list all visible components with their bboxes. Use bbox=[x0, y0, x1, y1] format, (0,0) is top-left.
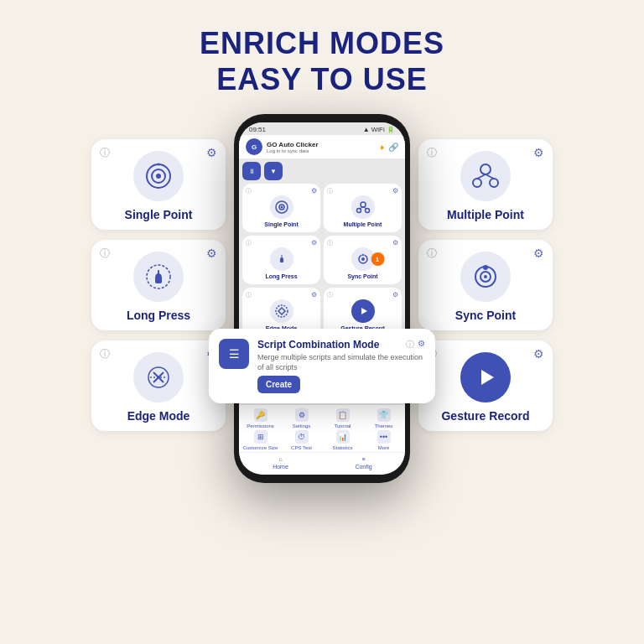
customize-icon: ⊞ bbox=[254, 430, 267, 444]
edge-mode-icon-left bbox=[133, 352, 184, 402]
orange-badge: 1 bbox=[371, 252, 384, 266]
info-icon-popup: ⓘ bbox=[406, 339, 414, 351]
pi-gesture: ⓘ bbox=[327, 291, 333, 299]
pi-edge: ⓘ bbox=[246, 291, 252, 299]
settings-icon: ⚙ bbox=[295, 408, 309, 422]
themes-icon: 👕 bbox=[377, 408, 391, 422]
cps-icon: ⏱ bbox=[295, 430, 309, 444]
phone-menu-more[interactable]: ••• More bbox=[364, 430, 403, 450]
single-point-label-left: Single Point bbox=[125, 208, 193, 221]
phone-edge-icon bbox=[270, 299, 293, 323]
app-logo: G bbox=[246, 138, 262, 155]
svg-point-18 bbox=[361, 254, 364, 257]
script-title-icons: ⓘ ⚙ bbox=[406, 339, 425, 351]
phone-menu-statistics[interactable]: 📊 Statistics bbox=[323, 430, 362, 450]
pg-long-press: ⚙ bbox=[311, 239, 317, 247]
statistics-label: Statistics bbox=[332, 445, 352, 450]
create-button[interactable]: Create bbox=[257, 376, 300, 393]
svg-point-2 bbox=[156, 174, 161, 179]
pi-sync: ⓘ bbox=[327, 239, 333, 247]
more-icon: ••• bbox=[377, 430, 391, 444]
pause-button[interactable]: ⏸ bbox=[242, 162, 261, 180]
gear-icon-multiple-right[interactable]: ⚙ bbox=[533, 146, 544, 159]
permissions-label: Permissions bbox=[247, 423, 274, 428]
pi-single: ⓘ bbox=[246, 187, 252, 195]
info-icon-single-left: ⓘ bbox=[100, 146, 110, 160]
pg-edge: ⚙ bbox=[311, 291, 317, 299]
script-combo-icon: ☰ bbox=[219, 339, 249, 369]
home-tab-icon: ⌂ bbox=[278, 456, 282, 462]
phone-screen: 09:51 ▲ WiFi 🔋 G GO Auto Clicker Log in … bbox=[239, 122, 405, 475]
phone-long-press-label: Long Press bbox=[265, 273, 297, 279]
long-press-icon-left bbox=[133, 252, 184, 302]
phone: 09:51 ▲ WiFi 🔋 G GO Auto Clicker Log in … bbox=[234, 114, 410, 483]
phone-multiple-icon bbox=[351, 195, 375, 219]
phone-menu-cps[interactable]: ⏱ CPS Test bbox=[282, 430, 321, 450]
info-icon-long-press-left: ⓘ bbox=[100, 247, 110, 261]
sync-point-label-right: Sync Point bbox=[455, 309, 516, 322]
gear-icon-long-press-left[interactable]: ⚙ bbox=[206, 247, 217, 260]
phone-status-icons: ▲ WiFi 🔋 bbox=[363, 126, 395, 133]
svg-line-25 bbox=[486, 174, 494, 179]
tutorial-icon: 📋 bbox=[336, 408, 350, 422]
phone-menu-customize[interactable]: ⊞ Customize Size bbox=[241, 430, 280, 450]
gesture-record-icon-right bbox=[460, 352, 511, 402]
card-single-point-left[interactable]: ⓘ ⚙ Single Point bbox=[91, 139, 226, 230]
gear-icon-popup[interactable]: ⚙ bbox=[418, 339, 425, 351]
app-subtitle: Log in to sync data bbox=[267, 148, 380, 153]
phone-menu-grid: 🔑 Permissions ⚙ Settings 📋 Tutorial bbox=[239, 405, 405, 452]
svg-point-12 bbox=[365, 209, 369, 213]
phone-tab-home[interactable]: ⌂ Home bbox=[239, 456, 322, 470]
edge-mode-label-left: Edge Mode bbox=[127, 409, 190, 423]
statistics-icon: 📊 bbox=[336, 430, 350, 444]
single-point-icon-left bbox=[133, 151, 184, 201]
phone-sync-point[interactable]: ⓘ ⚙ 1 Sync Point bbox=[324, 236, 402, 284]
customize-label: Customize Size bbox=[243, 445, 278, 450]
home-tab-label: Home bbox=[273, 464, 288, 470]
tutorial-label: Tutorial bbox=[335, 423, 351, 428]
svg-point-10 bbox=[361, 202, 366, 207]
phone-tab-config[interactable]: ≡ Config bbox=[322, 456, 405, 470]
multiple-point-icon-right bbox=[460, 151, 511, 201]
card-edge-mode-left[interactable]: ⓘ ⚙ Edge Mode bbox=[91, 340, 226, 431]
phone-bottom-nav: 🔑 Permissions ⚙ Settings 📋 Tutorial bbox=[239, 405, 405, 475]
script-combo-content: Script Combination Mode ⓘ ⚙ Merge multip… bbox=[257, 339, 425, 393]
sync-point-icon-right bbox=[460, 252, 511, 302]
app-name: GO Auto Clicker bbox=[267, 141, 380, 148]
phone-multiple-point[interactable]: ⓘ ⚙ Multiple Point bbox=[324, 184, 402, 232]
phone-sync-label: Sync Point bbox=[347, 273, 377, 279]
svg-point-22 bbox=[473, 179, 481, 187]
down-button[interactable]: ▼ bbox=[264, 162, 283, 180]
permissions-icon: 🔑 bbox=[254, 408, 267, 422]
phone-menu-themes[interactable]: 👕 Themes bbox=[364, 408, 403, 428]
gear-icon-gesture-right[interactable]: ⚙ bbox=[533, 347, 544, 361]
script-title-row: Script Combination Mode ⓘ ⚙ bbox=[257, 339, 425, 351]
phone-time: 09:51 bbox=[249, 126, 266, 133]
svg-point-17 bbox=[361, 257, 365, 261]
phone-gesture-icon bbox=[351, 299, 375, 323]
pg-gesture: ⚙ bbox=[392, 291, 398, 299]
phone-long-press[interactable]: ⓘ ⚙ Long Press bbox=[242, 236, 320, 284]
phone-single-point[interactable]: ⓘ ⚙ Single Point bbox=[242, 184, 320, 232]
gear-icon-single-left[interactable]: ⚙ bbox=[206, 146, 217, 159]
svg-rect-5 bbox=[158, 270, 159, 275]
phone-mode-grid: ⓘ ⚙ Single Point ⓘ ⚙ bbox=[239, 184, 405, 336]
info-icon-edge-left: ⓘ bbox=[100, 347, 110, 361]
card-sync-point-right[interactable]: ⓘ ⚙ Sync Point bbox=[418, 240, 553, 330]
info-icon-sync-right: ⓘ bbox=[427, 247, 437, 261]
page-title: ENRICH MODES EASY TO USE bbox=[0, 0, 644, 106]
card-long-press-left[interactable]: ⓘ ⚙ Long Press bbox=[91, 240, 226, 330]
app-title-group: GO Auto Clicker Log in to sync data bbox=[267, 141, 380, 153]
pi-multiple: ⓘ bbox=[327, 187, 333, 195]
svg-point-9 bbox=[280, 206, 283, 209]
phone-menu-permissions[interactable]: 🔑 Permissions bbox=[241, 408, 280, 428]
card-multiple-point-right[interactable]: ⓘ ⚙ Multiple Point bbox=[418, 139, 553, 230]
card-gesture-record-right[interactable]: ⓘ ⚙ Gesture Record bbox=[418, 340, 553, 431]
left-cards: ⓘ ⚙ Single Point ⓘ ⚙ bbox=[91, 139, 226, 431]
phone-menu-tutorial[interactable]: 📋 Tutorial bbox=[323, 408, 362, 428]
config-tab-label: Config bbox=[355, 464, 371, 470]
phone-controls: ⏸ ▼ bbox=[239, 158, 405, 184]
gear-icon-sync-right[interactable]: ⚙ bbox=[533, 247, 544, 260]
phone-menu-settings[interactable]: ⚙ Settings bbox=[282, 408, 321, 428]
script-combo-desc: Merge multiple scripts and simulate the … bbox=[257, 353, 425, 372]
